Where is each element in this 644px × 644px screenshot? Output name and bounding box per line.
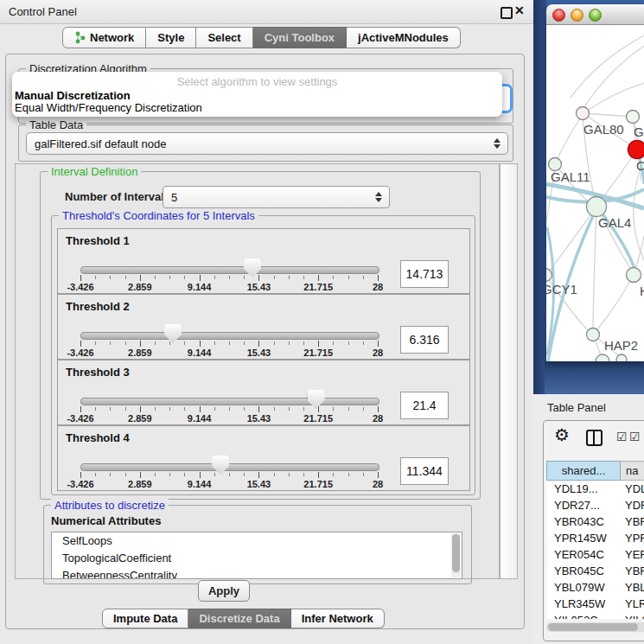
settings-scroll-area: Interval Definition Number of Intervals … — [15, 163, 500, 579]
scrollbar-thumb[interactable] — [452, 534, 460, 572]
slider-major-ticks — [80, 406, 379, 412]
list-item[interactable]: BetweennessCentrality — [52, 567, 462, 579]
scale-label: 28 — [373, 413, 383, 424]
tab-style[interactable]: Style — [146, 27, 196, 48]
tab-label: Cyni Toolbox — [265, 31, 335, 44]
threshold-3-slider[interactable]: -3.426 2.859 9.144 15.43 21.715 28 — [80, 390, 379, 424]
tab-cyni-toolbox[interactable]: Cyni Toolbox — [253, 27, 347, 48]
threshold-2-slider[interactable]: -3.426 2.859 9.144 15.43 21.715 28 — [80, 324, 379, 359]
number-of-intervals-label: Number of Intervals — [65, 190, 170, 203]
slider-major-ticks — [80, 275, 379, 281]
threshold-4-slider[interactable]: -3.426 2.859 9.144 15.43 21.715 28 — [80, 456, 379, 490]
numerical-attributes-list[interactable]: SelfLoops TopologicalCoefficient Between… — [51, 532, 462, 579]
tab-discretize-data[interactable]: Discretize Data — [188, 609, 290, 628]
slider-track[interactable] — [80, 266, 379, 274]
number-of-intervals-value: 5 — [171, 191, 177, 204]
settings-vertical-scrollbar[interactable] — [500, 163, 518, 579]
node-bottom-left[interactable] — [596, 354, 609, 361]
scale-label: 2.859 — [128, 282, 152, 292]
node-label: HAP2 — [604, 338, 638, 353]
node-h[interactable] — [627, 268, 641, 283]
table-row[interactable]: YDR27...YDR2 — [546, 497, 644, 513]
scale-label: -3.426 — [67, 413, 93, 424]
apply-button[interactable]: Apply — [198, 580, 250, 602]
number-of-intervals-combo[interactable]: 5 — [163, 186, 390, 208]
group-title: Table Data — [26, 118, 86, 131]
combo-stepper-icon — [494, 138, 501, 149]
table-row[interactable]: YER054CYER0 — [546, 546, 644, 563]
table-row[interactable]: YIL052CYIL0 — [546, 612, 644, 619]
table-row[interactable]: YBR043CYBR0 — [546, 513, 644, 530]
zoom-traffic-light-icon[interactable] — [589, 9, 602, 22]
network-window-titlebar — [546, 4, 644, 25]
list-scrollbar[interactable] — [451, 533, 461, 577]
tab-network[interactable]: Network — [62, 27, 146, 48]
table-row[interactable]: YBL079WYBL0 — [546, 579, 644, 596]
threshold-4-value-field[interactable]: 11.344 — [400, 457, 449, 485]
table-row[interactable]: YLR345WYLR3 — [546, 596, 644, 612]
list-item[interactable]: SelfLoops — [52, 532, 462, 550]
close-icon[interactable]: ✕ — [514, 3, 525, 17]
slider-track[interactable] — [80, 398, 379, 405]
control-panel-titlebar: Control Panel ✕ — [0, 0, 533, 24]
threshold-3-value-field[interactable]: 21.4 — [400, 392, 449, 419]
node-label: GAL4 — [598, 215, 631, 230]
node-bottom-right[interactable] — [616, 354, 627, 361]
tab-select[interactable]: Select — [196, 27, 252, 48]
tab-label: Infer Network — [302, 612, 373, 625]
cell: YBR0 — [619, 564, 644, 577]
scale-label: 28 — [373, 348, 383, 358]
dropdown-option-equal-width[interactable]: Equal Width/Frequency Discretization — [15, 101, 202, 114]
node-green-top[interactable] — [627, 111, 640, 124]
scale-label: 21.715 — [303, 348, 333, 358]
cell: YER054C — [546, 548, 619, 561]
slider-scale-labels: -3.426 2.859 9.144 15.43 21.715 28 — [80, 348, 378, 358]
tab-infer-network[interactable]: Infer Network — [291, 609, 385, 628]
threshold-label: Threshold 4 — [66, 431, 130, 444]
split-columns-icon[interactable] — [586, 430, 603, 446]
slider-scale-labels: -3.426 2.859 9.144 15.43 21.715 28 — [80, 413, 378, 424]
cell: YDR2 — [619, 499, 644, 512]
scale-label: 9.144 — [188, 479, 212, 489]
cell: YDR27... — [546, 499, 619, 512]
node-hap2[interactable] — [587, 328, 600, 341]
table-row[interactable]: YBR045CYBR0 — [546, 563, 644, 579]
cell: YBR045C — [546, 564, 619, 577]
gear-icon[interactable]: ⚙ — [554, 426, 570, 443]
tab-impute-data[interactable]: Impute Data — [102, 609, 188, 628]
slider-track[interactable] — [80, 332, 379, 340]
tab-label: Select — [207, 31, 240, 44]
list-item[interactable]: TopologicalCoefficient — [52, 550, 462, 567]
bottom-tab-bar: Impute Data Discretize Data Infer Networ… — [102, 609, 385, 628]
cell: YDL19... — [546, 482, 619, 495]
scrollbar-thumb[interactable] — [548, 623, 638, 631]
table-row[interactable]: YPR145WYPR1 — [546, 530, 644, 546]
node-gcy1[interactable] — [546, 269, 552, 282]
table-horizontal-scrollbar[interactable] — [546, 622, 644, 632]
checkbox-icon[interactable]: ☑ — [629, 430, 641, 443]
slider-major-ticks — [80, 472, 379, 478]
node-gal4[interactable] — [587, 197, 607, 217]
minimize-traffic-light-icon[interactable] — [571, 9, 583, 22]
threshold-2-value-field[interactable]: 6.316 — [400, 326, 449, 354]
threshold-1-slider[interactable]: -3.426 2.859 9.144 15.43 21.715 28 — [80, 258, 379, 293]
node-label: GA — [634, 124, 644, 139]
float-window-icon[interactable] — [501, 7, 513, 19]
threshold-1-value-field[interactable]: 14.713 — [400, 260, 449, 288]
table-row[interactable]: YDL19...YDL1 — [546, 481, 644, 497]
close-traffic-light-icon[interactable] — [552, 9, 565, 22]
table-data-combo[interactable]: galFiltered.sif default node — [26, 132, 508, 155]
column-header-shared-name[interactable]: shared... — [546, 461, 621, 481]
tab-jactivemnodules[interactable]: jActiveMNodules — [347, 27, 461, 48]
dropdown-option-manual[interactable]: Manual Discretization — [15, 89, 131, 102]
slider-major-ticks — [80, 341, 379, 347]
cell: YLR3 — [619, 597, 644, 610]
checkbox-icon[interactable]: ☑ — [616, 430, 628, 443]
slider-track[interactable] — [80, 463, 379, 471]
column-header-name[interactable]: na — [621, 461, 644, 481]
group-title: Attributes to discretize — [51, 499, 169, 512]
node-selected-red[interactable] — [628, 141, 644, 159]
network-canvas[interactable]: GAL80 GA C GAL11 GAL4 GCY1 H HAP2 — [546, 25, 644, 361]
tab-label: Network — [90, 31, 134, 44]
node-gal80[interactable] — [577, 107, 590, 120]
